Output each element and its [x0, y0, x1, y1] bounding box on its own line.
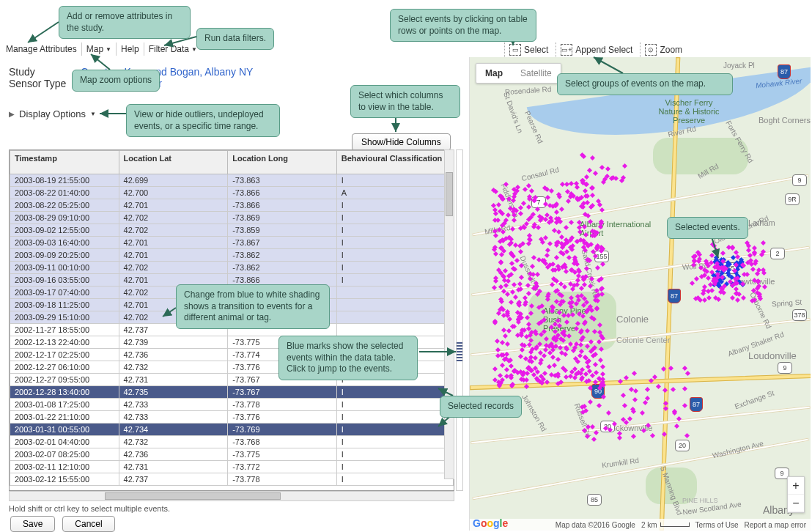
cell: 2002-12-13 22:40:00: [10, 336, 119, 349]
col-timestamp[interactable]: Timestamp: [10, 151, 119, 174]
route-shield: 20: [675, 440, 690, 451]
show-hide-columns-button[interactable]: Show/Hide Columns: [352, 133, 451, 151]
table-minimap[interactable]: [456, 149, 463, 491]
cell: I: [336, 237, 453, 249]
menu-help[interactable]: Help: [117, 43, 144, 56]
table-row[interactable]: 2002-12-28 13:40:0042.735-73.767I: [10, 386, 454, 399]
cell: I: [336, 399, 453, 411]
map-label: Joyack Pl: [723, 62, 755, 70]
table-row[interactable]: 2003-02-01 04:40:0042.732-73.768I: [10, 436, 454, 448]
map-tool-select[interactable]: ▭Select: [504, 43, 553, 57]
zoom-control: + −: [787, 476, 805, 513]
zoom-in-button[interactable]: +: [788, 477, 804, 495]
map-tool-append-select[interactable]: ▭+Append Select: [556, 43, 637, 57]
cell: -73.778: [228, 473, 337, 486]
cell: I: [336, 436, 453, 448]
callout-selected-events: Selected events.: [667, 217, 748, 239]
vertical-scrollbar[interactable]: [444, 149, 454, 479]
cell: I: [336, 448, 453, 461]
route-shield: 85: [587, 494, 602, 506]
scrollbar-thumb[interactable]: [105, 492, 281, 500]
map-tool-label: Select: [524, 45, 548, 55]
table-row[interactable]: 2003-08-29 09:10:0042.702-73.869I: [10, 212, 454, 224]
route-shield: 2: [770, 248, 785, 259]
cell: -73.775: [228, 448, 337, 461]
cell: 2003-09-16 03:55:00: [10, 274, 119, 287]
table-row[interactable]: 2003-01-31 00:55:0042.734-73.769I: [10, 424, 454, 436]
cell: I: [336, 262, 453, 274]
table-row[interactable]: 2003-02-07 08:25:0042.736-73.775I: [10, 448, 454, 461]
table-row[interactable]: 2003-08-22 05:25:0042.701-73.866I: [10, 199, 454, 212]
sensor-label: Sensor Type: [9, 78, 66, 89]
table-row[interactable]: 2003-09-09 20:25:0042.701-73.862I: [10, 249, 454, 262]
route-shield: 9: [792, 174, 807, 186]
cell: 42.731: [119, 374, 228, 386]
cell: I: [336, 199, 453, 212]
cell: 2003-08-29 09:10:00: [10, 212, 119, 224]
table-row[interactable]: 2003-09-02 12:55:0042.702-73.859I: [10, 224, 454, 237]
menu-manage-attributes[interactable]: Manage Attributes: [1, 43, 82, 56]
map-label: Colonie: [616, 314, 649, 325]
cell: 42.701: [119, 237, 228, 249]
map-tool-zoom[interactable]: ⊙Zoom: [640, 43, 687, 57]
cell: A: [336, 187, 453, 199]
table-row[interactable]: 2003-01-22 21:10:0042.733-73.776I: [10, 411, 454, 424]
scale-label: 2 km: [641, 521, 657, 529]
menu-filter-data[interactable]: Filter Data▼: [144, 43, 202, 56]
map-label: Consaul Rd: [520, 166, 559, 182]
cell: 2003-02-12 15:55:00: [10, 473, 119, 486]
cell: 42.737: [119, 473, 228, 486]
menu-label: Manage Attributes: [6, 44, 77, 54]
append-select-icon: ▭+: [561, 44, 572, 56]
callout-select-events: Select events by clicking on table rows …: [390, 9, 536, 42]
col-long[interactable]: Location Long: [228, 151, 337, 174]
table-row[interactable]: 2003-09-11 00:10:0042.702-73.862I: [10, 262, 454, 274]
cell: 2002-12-28 13:40:00: [10, 386, 119, 399]
col-lat[interactable]: Location Lat: [119, 151, 228, 174]
table-row[interactable]: 2003-08-22 01:40:0042.700-73.866A: [10, 187, 454, 199]
svg-line-0: [28, 22, 59, 43]
map-scale: 2 km: [641, 521, 690, 529]
callout-display-opts: View or hide outliers, undeployed events…: [126, 104, 280, 137]
scrollbar-thumb[interactable]: [446, 172, 453, 216]
cell: 42.699: [119, 174, 228, 187]
cell: 2002-12-27 06:10:00: [10, 361, 119, 374]
cell: 42.732: [119, 436, 228, 448]
table-row[interactable]: 2003-09-03 16:40:0042.701-73.867I: [10, 237, 454, 249]
cell: I: [336, 461, 453, 473]
cancel-button[interactable]: Cancel: [62, 516, 114, 532]
cell: 42.700: [119, 187, 228, 199]
map-type-satellite[interactable]: Satellite: [512, 64, 561, 83]
cell: 2003-02-07 08:25:00: [10, 448, 119, 461]
report-link[interactable]: Report a map error: [745, 521, 806, 529]
route-shield: 9: [778, 362, 792, 374]
col-behav[interactable]: Behavioural Classification: [336, 151, 453, 174]
cell: 42.702: [119, 224, 228, 237]
cell: 42.701: [119, 249, 228, 262]
table-row[interactable]: 2003-01-08 17:25:0042.733-73.778I: [10, 399, 454, 411]
horizontal-scrollbar[interactable]: [9, 491, 454, 501]
selection-hint: Hold shift or ctrl key to select multipl…: [9, 504, 170, 513]
cell: I: [336, 473, 453, 486]
map[interactable]: Vischer Ferry Nature & Historic Preserve…: [469, 57, 811, 531]
save-button[interactable]: Save: [10, 516, 55, 532]
menu-map[interactable]: Map▼: [82, 43, 117, 56]
table-row[interactable]: 2003-08-19 21:55:0042.699-73.863I: [10, 174, 454, 187]
map-label: Krumkill Rd: [601, 456, 639, 469]
cell: -73.869: [228, 212, 337, 224]
cell: I: [336, 386, 453, 399]
cell: 42.733: [119, 399, 228, 411]
cell: -73.769: [228, 424, 337, 436]
cell: -73.778: [228, 399, 337, 411]
zoom-out-button[interactable]: −: [788, 495, 804, 512]
cell: [336, 299, 453, 311]
cell: 2003-01-08 17:25:00: [10, 399, 119, 411]
terms-link[interactable]: Terms of Use: [695, 521, 739, 529]
map-label: Spring St: [772, 298, 802, 309]
table-row[interactable]: 2003-02-12 15:55:0042.737-73.778I: [10, 473, 454, 486]
map-type-map[interactable]: Map: [476, 64, 512, 83]
map-label: Loudonville: [748, 350, 797, 361]
map-label: Exchange St: [734, 389, 775, 411]
display-options-toggle[interactable]: ▶ Display Options ▼: [9, 108, 96, 119]
table-row[interactable]: 2003-02-11 12:10:0042.731-73.772I: [10, 461, 454, 473]
